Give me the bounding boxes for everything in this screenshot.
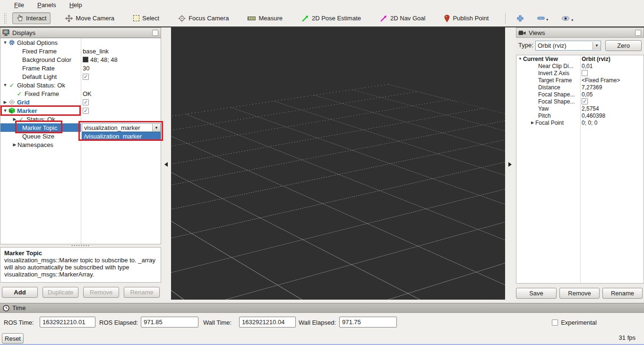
panel-splitter-handle[interactable] [71, 244, 90, 247]
toolbar-drag-handle[interactable] [4, 13, 7, 24]
ros-time-input[interactable]: 1632921210.01 [40, 317, 95, 328]
save-view-button[interactable]: Save [516, 288, 557, 299]
view-row-pitch[interactable]: Pitch 0,460398 [516, 112, 644, 119]
expander-open-icon[interactable]: ▼ [2, 83, 8, 87]
select-icon [133, 15, 139, 21]
fixed-frame-value[interactable]: base_link [83, 48, 109, 55]
rename-view-button[interactable]: Rename [602, 288, 643, 299]
remove-view-button[interactable]: Remove [559, 288, 600, 299]
gear-icon [8, 39, 16, 46]
background-color-value[interactable]: 48; 48; 48 [90, 56, 118, 63]
time-panel-header[interactable]: Time [0, 303, 644, 313]
views-float-button[interactable] [635, 30, 641, 36]
tree-row-marker-status[interactable]: ▶ ✓ Status: Ok [0, 115, 161, 123]
tree-row-grid[interactable]: ▶ Grid ✓ [0, 98, 161, 106]
nav-goal-arrow-icon [380, 15, 387, 22]
zero-view-button[interactable]: Zero [605, 40, 642, 51]
left-panel-collapse-strip[interactable] [162, 27, 171, 300]
view-row-current-view[interactable]: ▼ Current View Orbit (rviz) [516, 55, 644, 62]
expander-collapsed-icon[interactable]: ▶ [530, 121, 535, 125]
distance-value[interactable]: 7,27369 [582, 84, 602, 91]
yaw-value[interactable]: 2,5754 [582, 105, 599, 112]
combobox-dropdown-button[interactable]: ▼ [152, 124, 160, 131]
focal-point-value[interactable]: 0; 0; 0 [582, 120, 597, 126]
tree-row-marker[interactable]: ▼ Marker ✓ [0, 106, 161, 115]
ground-grid [171, 84, 505, 300]
collapse-right-arrow-icon[interactable] [508, 162, 512, 167]
remove-display-button: Remove [83, 287, 119, 298]
grid-display-icon [8, 99, 16, 105]
view-row-distance[interactable]: Distance 7,27369 [516, 84, 644, 91]
tree-row-global-status[interactable]: ▼ ✓ Global Status: Ok [0, 81, 161, 89]
focus-camera-tool-button[interactable]: Focus Camera [174, 12, 233, 25]
marker-enabled-checkbox[interactable]: ✓ [83, 108, 89, 114]
expander-collapsed-icon[interactable]: ▶ [2, 100, 8, 104]
3d-viewport[interactable] [171, 27, 505, 300]
expander-collapsed-icon[interactable]: ▶ [12, 142, 17, 147]
view-row-yaw[interactable]: Yaw 2,5754 [516, 105, 644, 112]
view-row-invert-z[interactable]: Invert Z Axis [516, 69, 644, 77]
ros-elapsed-input[interactable]: 971.85 [141, 317, 198, 328]
wall-elapsed-input[interactable]: 971.75 [339, 317, 397, 328]
focal-shape-size-value[interactable]: 0,05 [582, 91, 592, 98]
view-row-focal-shape-fixed[interactable]: Focal Shape... ✓ [516, 98, 644, 105]
expander-open-icon[interactable]: ▼ [2, 40, 8, 45]
view-row-near-clip[interactable]: Near Clip Di... 0,01 [516, 62, 644, 69]
tree-row-frame-rate[interactable]: Frame Rate 30 [0, 64, 161, 72]
focus-camera-icon [178, 15, 186, 22]
interact-tool-button[interactable]: Interact [12, 12, 51, 24]
frame-rate-value[interactable]: 30 [83, 65, 89, 72]
view-row-focal-point[interactable]: ▶ Focal Point 0; 0; 0 [516, 119, 644, 126]
menu-help[interactable]: Help [69, 1, 82, 9]
pose-estimate-tool-button[interactable]: 2D Pose Estimate [297, 12, 365, 25]
add-display-button[interactable]: Add [2, 287, 38, 298]
tree-row-fixed-frame[interactable]: Fixed Frame base_link [0, 47, 161, 55]
nav-goal-tool-button[interactable]: 2D Nav Goal [376, 12, 429, 25]
views-panel-title: Views [529, 29, 545, 36]
collapse-left-arrow-icon[interactable] [164, 162, 168, 167]
grid-enabled-checkbox[interactable]: ✓ [83, 99, 89, 105]
color-swatch[interactable] [83, 57, 88, 62]
tree-row-default-light[interactable]: Default Light ✓ [0, 72, 161, 81]
help-text: visualization_msgs::Marker topic to subs… [4, 257, 157, 278]
combobox-dropdown-button[interactable]: ▼ [592, 42, 601, 50]
views-panel-header[interactable]: Views [516, 27, 644, 38]
focal-shape-checkbox[interactable]: ✓ [582, 98, 588, 104]
publish-point-tool-button[interactable]: Publish Point [440, 12, 493, 25]
zoom-in-button[interactable] [512, 12, 528, 25]
tree-row-namespaces[interactable]: ▶ Namespaces [0, 140, 161, 149]
tree-row-global-status-fixed-frame[interactable]: ✓ Fixed Frame OK [0, 89, 161, 98]
view-type-combobox[interactable]: Orbit (rviz) ▼ [535, 41, 601, 51]
right-panel-collapse-strip[interactable] [505, 27, 516, 300]
tree-row-global-options[interactable]: ▼ Global Options [0, 38, 161, 47]
displays-float-button[interactable] [152, 30, 158, 36]
menu-panels[interactable]: Panels [37, 1, 56, 9]
marker-topic-combobox[interactable]: visualization_marker ▼ [82, 123, 161, 132]
select-tool-button[interactable]: Select [129, 12, 163, 24]
reset-button[interactable]: Reset [2, 333, 24, 344]
tree-row-background-color[interactable]: Background Color 48; 48; 48 [0, 55, 161, 64]
target-frame-value[interactable]: <Fixed Frame> [582, 77, 620, 84]
pitch-value[interactable]: 0,460398 [582, 112, 605, 119]
expander-open-icon[interactable]: ▼ [2, 108, 8, 113]
default-light-checkbox[interactable]: ✓ [83, 74, 89, 80]
invert-z-checkbox[interactable] [582, 70, 588, 76]
views-tree: ▼ Current View Orbit (rviz) Near Clip Di… [516, 55, 644, 284]
measure-tool-button[interactable]: Measure [243, 12, 287, 24]
tree-row-marker-topic[interactable]: Marker Topic visualization_marker ▼ [0, 123, 161, 132]
help-title: Marker Topic [4, 250, 157, 257]
eye-icon [561, 16, 570, 21]
visibility-button[interactable]: ▾ [557, 13, 577, 24]
expander-collapsed-icon[interactable]: ▶ [12, 117, 17, 121]
view-row-focal-shape-size[interactable]: Focal Shape... 0,05 [516, 91, 644, 98]
move-camera-tool-button[interactable]: Move Camera [61, 12, 119, 25]
wall-time-input[interactable]: 1632921210.04 [239, 317, 296, 328]
menu-file[interactable]: File [14, 1, 24, 9]
view-row-target-frame[interactable]: Target Frame <Fixed Frame> [516, 77, 644, 84]
expander-open-icon[interactable]: ▼ [517, 57, 523, 61]
experimental-checkbox[interactable] [552, 319, 558, 326]
near-clip-value[interactable]: 0,01 [582, 63, 592, 69]
zoom-out-button[interactable]: ▾ [533, 14, 552, 23]
displays-panel-header[interactable]: Displays [0, 27, 161, 38]
dropdown-list-item-visualization-marker[interactable]: /visualization_marker [82, 132, 161, 140]
